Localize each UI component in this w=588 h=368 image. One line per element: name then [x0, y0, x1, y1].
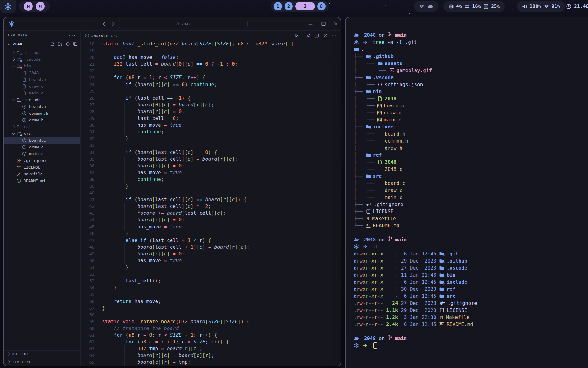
new-folder-icon[interactable] — [58, 42, 62, 46]
refresh-icon[interactable] — [66, 42, 70, 46]
navigate-back-icon[interactable] — [101, 21, 107, 27]
code-line-26[interactable]: 26 if (last_cell == -1) { — [81, 95, 341, 102]
code-line-40[interactable]: 40 — [81, 190, 341, 196]
code-line-43[interactable]: 43 *score += board[last_cell][c]; — [81, 210, 341, 217]
code-line-22[interactable]: 22 — [81, 67, 341, 74]
code-line-25[interactable]: 25 — [81, 88, 341, 95]
split-editor-icon[interactable] — [315, 33, 319, 38]
more-actions-icon[interactable] — [332, 33, 336, 38]
settings-gear-icon[interactable] — [306, 33, 311, 38]
weather-widget[interactable] — [414, 1, 438, 12]
code-line-32[interactable]: 32 } — [81, 135, 341, 142]
explorer-item-ref[interactable]: ref — [4, 123, 80, 130]
code-line-65[interactable]: 65 board[c][r] = tmp; — [81, 359, 341, 366]
code-line-49[interactable]: 49 board[r][c] = 0; — [81, 251, 341, 257]
nixos-menu-button[interactable] — [0, 0, 16, 13]
code-line-46[interactable]: 46 } — [81, 230, 341, 237]
code-line-56[interactable]: 56 return has_move; — [81, 298, 341, 305]
code-line-53[interactable]: 53 last_cell++; — [81, 278, 341, 284]
code-line-52[interactable]: 52 — [81, 271, 341, 278]
media-next-button[interactable] — [36, 2, 45, 11]
code-area[interactable]: 18static bool _slide_col(u32 board[SIZE]… — [81, 40, 341, 366]
explorer-item-LICENSE[interactable]: LICENSE — [4, 164, 80, 171]
code-line-51[interactable]: 51 } — [81, 264, 341, 271]
code-line-59[interactable]: 59static void _rotate_board(u32 board[SI… — [81, 318, 341, 325]
code-line-29[interactable]: 29 last_cell = 0; — [81, 115, 341, 122]
minimize-button[interactable] — [307, 21, 314, 27]
code-line-38[interactable]: 38 continue; — [81, 176, 341, 183]
code-line-20[interactable]: 20 bool has_move = false; — [81, 54, 341, 61]
code-line-45[interactable]: 45 has_move = true; — [81, 224, 341, 230]
explorer-item-bin[interactable]: bin — [4, 63, 80, 69]
vscode-titlebar[interactable]: 2048 — [4, 17, 341, 31]
explorer-item-draw.o[interactable]: draw.o — [4, 83, 80, 90]
sidebar-section-timeline[interactable]: TIMELINE — [4, 358, 80, 366]
code-line-37[interactable]: 37 has_move = true; — [81, 169, 341, 176]
workspace-button-2[interactable]: 2 — [285, 2, 293, 10]
code-line-34[interactable]: 34 if (board[last_cell][c] == 0) { — [81, 149, 341, 156]
editor-pane[interactable]: board.c src 18static bool _slide_col(u32… — [81, 31, 341, 366]
explorer-item-main.c[interactable]: main.c — [4, 150, 80, 157]
code-line-47[interactable]: 47 else if (last_cell + 1 ≠ r) { — [81, 237, 341, 244]
code-line-19[interactable]: 19 — [81, 47, 341, 54]
code-line-35[interactable]: 35 board[last_cell][c] = board[r][c]; — [81, 156, 341, 163]
explorer-more-button[interactable]: ··· — [68, 33, 76, 38]
code-line-21[interactable]: 21 i32 last_cell = board[0][c] == 0 ? -1… — [81, 61, 341, 67]
code-line-24[interactable]: 24 if (board[r][c] == 0) continue; — [81, 81, 341, 88]
explorer-item-README.md[interactable]: README.md — [4, 177, 80, 184]
workspace-button-3[interactable]: 3 — [295, 2, 315, 10]
sidebar-section-outline[interactable]: OUTLINE — [4, 350, 80, 358]
navigate-forward-icon[interactable] — [110, 21, 116, 27]
project-root-row[interactable]: 2048 — [4, 40, 80, 48]
explorer-item-draw.c[interactable]: draw.c — [4, 144, 80, 150]
code-line-57[interactable]: 57} — [81, 305, 341, 312]
explorer-item-Makefile[interactable]: Makefile — [4, 171, 80, 177]
code-line-44[interactable]: 44 board[r][c] = 0; — [81, 217, 341, 223]
explorer-item-src[interactable]: src — [4, 130, 80, 137]
terminal-cursor[interactable] — [373, 342, 377, 349]
close-editor-icon[interactable] — [323, 33, 328, 38]
vscode-window[interactable]: 2048 EXPLORER ··· 2048 .github.vscodebin… — [3, 17, 341, 366]
code-line-28[interactable]: 28 board[r][c] = 0; — [81, 108, 341, 115]
code-line-18[interactable]: 18static bool _slide_col(u32 board[SIZE]… — [81, 40, 341, 47]
explorer-item-.github[interactable]: .github — [4, 49, 80, 56]
workspace-button-8[interactable]: 8 — [317, 2, 326, 10]
code-line-55[interactable]: 55 — [81, 291, 341, 298]
code-line-60[interactable]: 60 // transpose the board — [81, 325, 341, 332]
new-file-icon[interactable] — [50, 42, 55, 46]
code-line-41[interactable]: 41 if (board[last_cell][c] == board[r][c… — [81, 196, 341, 203]
collapse-all-icon[interactable] — [73, 42, 78, 46]
close-button[interactable] — [333, 21, 338, 27]
explorer-item-2048[interactable]: 2048 — [4, 69, 80, 76]
code-line-50[interactable]: 50 has_move = true; — [81, 257, 341, 264]
explorer-item-.gitignore[interactable]: .gitignore — [4, 157, 80, 164]
code-line-58[interactable]: 58 — [81, 312, 341, 318]
titlebar-search[interactable]: 2048 — [119, 20, 248, 28]
code-line-39[interactable]: 39 } — [81, 183, 341, 190]
media-previous-button[interactable] — [24, 2, 33, 11]
workspace-button-1[interactable]: 1 — [274, 2, 282, 10]
code-line-54[interactable]: 54 } — [81, 284, 341, 291]
explorer-item-include[interactable]: include — [4, 96, 80, 103]
explorer-item-board.h[interactable]: board.h — [4, 103, 80, 110]
code-line-63[interactable]: 63 u32 tmp = board[r][c]; — [81, 345, 341, 352]
explorer-item-.vscode[interactable]: .vscode — [4, 56, 80, 63]
explorer-item-board.o[interactable]: board.o — [4, 76, 80, 83]
explorer-item-draw.h[interactable]: draw.h — [4, 117, 80, 123]
terminal-window[interactable]: 2048 on main tree -a -I .git.├── .github… — [345, 17, 588, 368]
code-line-27[interactable]: 27 board[0][c] = board[r][c]; — [81, 102, 341, 108]
tab-filename[interactable]: board.c — [91, 33, 108, 38]
code-line-48[interactable]: 48 board[last_cell + 1][c] = board[r][c]… — [81, 244, 341, 251]
explorer-item-main.o[interactable]: main.o — [4, 90, 80, 96]
code-line-61[interactable]: 61 for (u8 r = 0; r < SIZE - 1; r++) { — [81, 332, 341, 339]
code-line-42[interactable]: 42 board[last_cell][c] *= 2; — [81, 203, 341, 210]
run-button[interactable] — [294, 33, 302, 38]
code-line-23[interactable]: 23 for (u8 r = 1; r < SIZE; r++) { — [81, 74, 341, 81]
code-line-33[interactable]: 33 — [81, 142, 341, 149]
code-line-30[interactable]: 30 has_move = true; — [81, 122, 341, 128]
explorer-item-board.c[interactable]: board.c — [4, 137, 80, 144]
code-line-36[interactable]: 36 board[r][c] = 0; — [81, 163, 341, 169]
code-line-62[interactable]: 62 for (u8 c = r + 1; c < SIZE; c++) { — [81, 339, 341, 345]
clock-widget[interactable]: 21:46 — [561, 1, 588, 12]
code-line-31[interactable]: 31 continue; — [81, 128, 341, 135]
